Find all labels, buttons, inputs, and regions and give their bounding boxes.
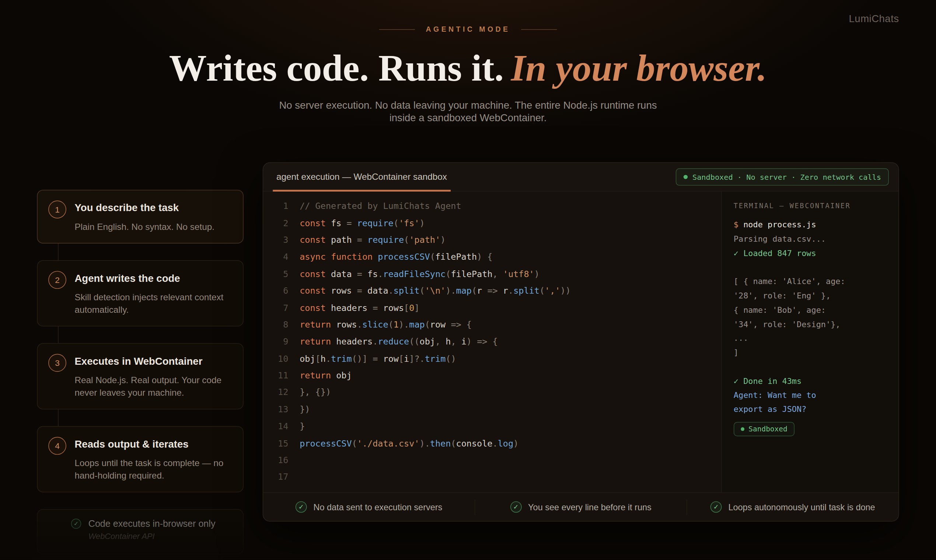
line-number: 3 — [263, 235, 288, 245]
assurance-bar: ✓No data sent to execution servers✓You s… — [263, 492, 898, 521]
step-desc: Plain English. No syntax. No setup. — [74, 220, 214, 233]
terminal-line: ✓ Done in 43ms — [734, 374, 887, 388]
step-desc: Real Node.js. Real output. Your code nev… — [74, 373, 232, 399]
terminal-line: '34', role: 'Design'}, — [734, 317, 887, 332]
code-text: } — [288, 422, 305, 431]
step-title: Executes in WebContainer — [74, 352, 232, 368]
code-text: obj[h.trim()] = row[i]?.trim() — [288, 354, 456, 363]
code-line: 6const rows = data.split('\n').map(r => … — [263, 282, 721, 299]
step-card-3[interactable]: 3Executes in WebContainerReal Node.js. R… — [37, 343, 243, 409]
hero-subtitle: No server execution. No data leaving you… — [0, 99, 936, 124]
code-text: processCSV('./data.csv').then(console.lo… — [288, 438, 519, 448]
code-text: const fs = require('fs') — [288, 218, 425, 228]
line-number: 6 — [263, 286, 288, 295]
step-card-2[interactable]: 2Agent writes the codeSkill detection in… — [37, 260, 243, 326]
eyebrow-label: AGENTIC MODE — [426, 25, 510, 34]
step-title: Reads output & iterates — [74, 435, 232, 451]
step-body: Reads output & iteratesLoops until the t… — [74, 435, 232, 482]
panel-header: agent execution — WebContainer sandbox S… — [263, 163, 898, 192]
code-text: const headers = rows[0] — [288, 303, 419, 312]
step-number-icon: 3 — [48, 354, 66, 372]
code-text: // Generated by LumiChats Agent — [288, 201, 461, 211]
subtitle-line-2: inside a sandboxed WebContainer. — [389, 112, 547, 124]
terminal-line: Agent: Want me to — [734, 388, 887, 403]
assurance-item: ✓Loops autonomously until task is done — [687, 502, 898, 513]
check-icon: ✓ — [710, 502, 722, 513]
line-number: 16 — [263, 455, 288, 465]
code-editor[interactable]: 1// Generated by LumiChats Agent2const f… — [263, 192, 721, 492]
terminal-line — [734, 360, 887, 374]
assurance-text: You see every line before it runs — [528, 502, 651, 512]
step-card-4[interactable]: 4Reads output & iteratesLoops until the … — [37, 426, 243, 492]
step-body: Agent writes the codeSkill detection inj… — [74, 269, 232, 316]
step-body: Executes in WebContainerReal Node.js. Re… — [74, 352, 232, 399]
feature-peek-body: Code executes in-browser only WebContain… — [88, 518, 216, 540]
code-line: 14} — [263, 418, 721, 435]
sandbox-status-badge: Sandboxed · No server · Zero network cal… — [676, 168, 889, 186]
step-title: You describe the task — [74, 199, 214, 215]
feature-peek-subtitle: WebContainer API — [88, 532, 216, 540]
line-number: 13 — [263, 405, 288, 414]
code-line: 16 — [263, 452, 721, 469]
tab-agent-execution[interactable]: agent execution — WebContainer sandbox — [273, 163, 450, 192]
feature-peek-title: Code executes in-browser only — [88, 518, 216, 529]
terminal-header: TERMINAL — WEBCONTAINER — [734, 202, 887, 210]
step-number-icon: 2 — [48, 271, 66, 289]
code-text: async function processCSV(filePath) { — [288, 252, 492, 262]
step-card-1[interactable]: 1You describe the taskPlain English. No … — [37, 190, 243, 243]
eyebrow: AGENTIC MODE — [0, 25, 936, 34]
code-line: 17 — [263, 469, 721, 486]
page: LumiChats AGENTIC MODE Writes code. Runs… — [0, 0, 936, 560]
status-dot-icon — [741, 428, 744, 431]
check-icon: ✓ — [510, 502, 522, 513]
brand-logo[interactable]: LumiChats — [849, 13, 899, 25]
line-number: 11 — [263, 371, 288, 380]
subtitle-line-1: No server execution. No data leaving you… — [279, 100, 657, 111]
code-text: }, {}) — [288, 388, 331, 397]
line-number: 17 — [263, 472, 288, 482]
status-dot-icon — [684, 175, 688, 179]
line-number: 8 — [263, 320, 288, 329]
code-line: 12}, {}) — [263, 384, 721, 401]
code-text: return headers.reduce((obj, h, i) => { — [288, 337, 497, 346]
terminal-badge-text: Sandboxed — [748, 425, 787, 434]
terminal-line: '28', role: 'Eng' }, — [734, 289, 887, 303]
eyebrow-line-right — [521, 29, 557, 30]
code-text: const rows = data.split('\n').map(r => r… — [288, 286, 570, 295]
assurance-item: ✓You see every line before it runs — [475, 502, 686, 513]
sandbox-panel: agent execution — WebContainer sandbox S… — [263, 163, 899, 522]
step-title: Agent writes the code — [74, 269, 232, 285]
steps-list: 1You describe the taskPlain English. No … — [37, 190, 243, 492]
assurance-item: ✓No data sent to execution servers — [263, 502, 474, 513]
code-line: 4async function processCSV(filePath) { — [263, 248, 721, 265]
terminal-line: export as JSON? — [734, 402, 887, 417]
code-line: 5const data = fs.readFileSync(filePath, … — [263, 265, 721, 282]
code-text: return rows.slice(1).map(row => { — [288, 320, 472, 329]
terminal-line: { name: 'Bob', age: — [734, 303, 887, 318]
check-icon: ✓ — [296, 502, 307, 513]
feature-peek-row: ✓ Code executes in-browser only WebConta… — [71, 518, 234, 540]
assurance-text: No data sent to execution servers — [313, 502, 442, 512]
line-number: 4 — [263, 252, 288, 262]
terminal-line: ✓ Loaded 847 rows — [734, 246, 887, 260]
code-line: 10obj[h.trim()] = row[i]?.trim() — [263, 350, 721, 367]
terminal-panel: TERMINAL — WEBCONTAINER $ node process.j… — [721, 192, 898, 492]
terminal-sandboxed-badge: Sandboxed — [734, 422, 794, 437]
code-line: 1// Generated by LumiChats Agent — [263, 197, 721, 214]
step-desc: Loops until the task is complete — no ha… — [74, 456, 232, 482]
feature-peek-card[interactable]: ✓ Code executes in-browser only WebConta… — [37, 509, 243, 554]
line-number: 1 — [263, 201, 288, 211]
hero-section: AGENTIC MODE Writes code. Runs it.In you… — [0, 0, 936, 124]
assurance-text: Loops autonomously until task is done — [728, 502, 875, 512]
code-text: return obj — [288, 371, 351, 380]
code-line: 11return obj — [263, 367, 721, 384]
line-number: 9 — [263, 337, 288, 346]
code-line: 9return headers.reduce((obj, h, i) => { — [263, 333, 721, 350]
terminal-line: Parsing data.csv... — [734, 232, 887, 246]
terminal-output: $ node process.jsParsing data.csv...✓ Lo… — [734, 218, 887, 417]
code-line: 7const headers = rows[0] — [263, 299, 721, 316]
line-number: 14 — [263, 422, 288, 431]
code-text: }) — [288, 405, 310, 414]
terminal-line: [ { name: 'Alice', age: — [734, 274, 887, 289]
page-title: Writes code. Runs it.In your browser. — [0, 46, 936, 89]
